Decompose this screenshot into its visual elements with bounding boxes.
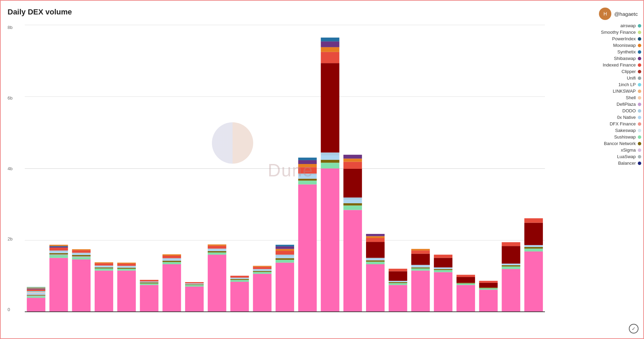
bar-segment	[411, 267, 430, 268]
bar-segment	[27, 292, 45, 293]
legend-item: Synthetix	[601, 49, 641, 54]
bar-segment	[434, 255, 452, 258]
bar-chart: Oct 23rdOct 26thOct 29thNov 1stNov 4thNo…	[25, 25, 545, 312]
y-axis-label: 8b	[8, 25, 12, 30]
bar-segment	[524, 223, 543, 245]
bar-segment	[366, 238, 385, 242]
bar-segment	[524, 218, 543, 223]
legend-color-dot	[638, 76, 641, 80]
bar-segment	[140, 281, 159, 282]
chart-container: Daily DEX volume H @hagaetc 02b4b6b8b Oc…	[1, 1, 644, 339]
bar-segment	[479, 290, 498, 312]
bar-segment	[298, 179, 317, 181]
legend-label: Sushiswap	[614, 134, 636, 140]
legend-item: airswap	[601, 23, 641, 28]
bar-segment	[50, 247, 68, 248]
bar-segment	[457, 285, 475, 312]
bar-segment	[298, 174, 317, 176]
bar-segment	[457, 275, 475, 277]
bar-segment	[27, 291, 45, 292]
bar-segment	[366, 260, 385, 262]
bar-segment	[321, 160, 340, 163]
bar-segment	[366, 262, 385, 264]
bar-segment	[343, 200, 362, 203]
legend-color-dot	[638, 116, 641, 119]
bar-segment	[185, 285, 204, 287]
bar-segment	[230, 278, 249, 279]
bar-segment	[95, 266, 113, 266]
legend-color-dot	[638, 135, 641, 139]
bar-segment	[343, 155, 362, 158]
y-axis-label: 0	[8, 307, 12, 312]
bar-segment	[117, 266, 136, 267]
bar-segment	[95, 268, 113, 270]
bar-segment	[50, 250, 68, 251]
bar-segment	[321, 155, 340, 160]
bar-segment	[411, 268, 430, 270]
bar-segment	[411, 250, 430, 254]
legend-label: DODO	[622, 108, 636, 113]
bar-segment	[502, 266, 520, 269]
bar-segment	[230, 276, 249, 278]
bar-segment	[253, 271, 271, 272]
bar-segment	[27, 292, 45, 292]
legend-item: PowerIndex	[601, 36, 641, 41]
legend-color-dot	[638, 57, 641, 60]
bar-segment	[502, 264, 520, 265]
bar-segment	[72, 255, 90, 256]
bar-segment	[117, 271, 136, 312]
bar-segment	[72, 253, 90, 254]
bar-segment	[389, 271, 407, 281]
bar-segment	[95, 271, 113, 312]
bar-segment	[434, 258, 452, 267]
legend-item: 0x Native	[601, 115, 641, 120]
bar-segment	[321, 168, 340, 312]
bar-segment	[50, 248, 68, 250]
legend-label: Sakeswap	[615, 128, 636, 133]
bar-segment	[95, 267, 113, 268]
bar-segment	[208, 246, 226, 248]
bar-segment	[298, 184, 317, 312]
bar-segment	[321, 41, 340, 47]
legend-item: LINKSWAP	[601, 89, 641, 94]
bar-segment	[140, 285, 159, 312]
legend-color-dot	[638, 155, 641, 158]
bar-segment	[366, 264, 385, 312]
bar-segment	[117, 266, 136, 268]
legend-color-dot	[638, 24, 641, 28]
legend-color-dot	[638, 83, 641, 86]
bar-segment	[140, 282, 159, 284]
bar-segment	[95, 263, 113, 265]
bar-segment	[208, 249, 226, 251]
bar-segment	[479, 288, 498, 290]
bar-segment	[321, 52, 340, 63]
bar-segment	[27, 289, 45, 289]
bar-segment	[321, 63, 340, 152]
legend-label: Balancer	[618, 161, 636, 166]
bar-segment	[389, 282, 407, 283]
bar-segment	[185, 287, 204, 312]
legend-item: xSigma	[601, 147, 641, 153]
legend-item: Shibaswap	[601, 56, 641, 61]
avatar: H	[599, 8, 611, 20]
bar-segment	[502, 265, 520, 267]
bar-segment	[457, 284, 475, 285]
legend-item: 1inch LP	[601, 82, 641, 87]
bar-segment	[343, 162, 362, 169]
bar-segment	[117, 263, 136, 264]
bar-segment	[253, 272, 271, 274]
bar-segment	[72, 259, 90, 312]
bar-segment	[208, 255, 226, 312]
bar-segment	[524, 245, 543, 247]
bar-segment	[298, 164, 317, 167]
legend-label: LINKSWAP	[613, 89, 636, 94]
legend-label: DefiPlaza	[616, 102, 636, 107]
legend-label: 1inch LP	[618, 82, 636, 87]
check-badge: ✓	[629, 324, 638, 333]
legend-color-dot	[638, 148, 641, 152]
legend-color-dot	[638, 37, 641, 41]
bar-segment	[72, 254, 90, 255]
bar-segment	[298, 157, 317, 160]
bar-segment	[434, 269, 452, 270]
bar-segment	[276, 251, 294, 255]
